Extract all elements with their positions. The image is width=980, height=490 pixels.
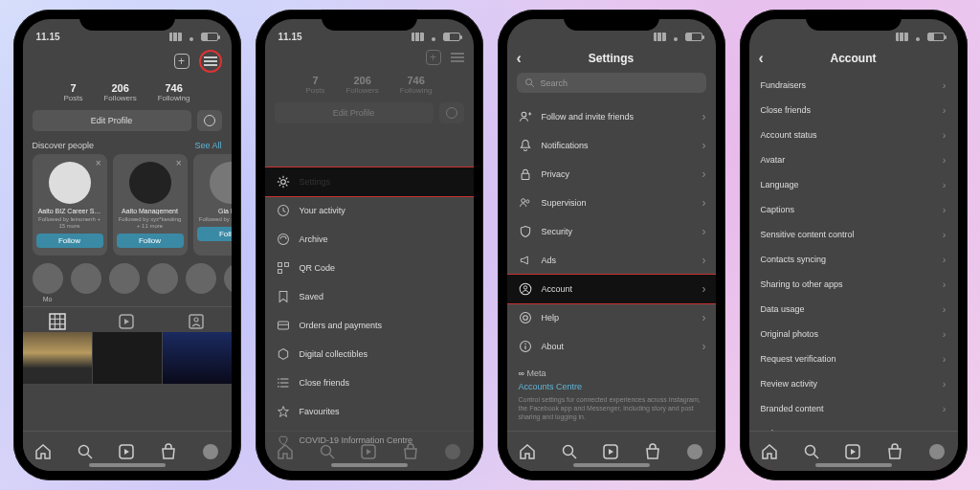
menu-item-saved[interactable]: Saved <box>265 282 474 311</box>
stat-posts[interactable]: 7Posts <box>63 82 82 102</box>
chevron-right-icon: › <box>943 303 947 315</box>
create-post-button[interactable]: + <box>174 54 189 69</box>
grid-tab-icon[interactable] <box>49 313 66 330</box>
chevron-right-icon: › <box>702 196 706 210</box>
highlight[interactable] <box>109 263 140 294</box>
highlight[interactable] <box>224 263 232 294</box>
account-item[interactable]: Account status› <box>749 122 958 147</box>
menu-item-qr[interactable]: QR Code <box>265 254 474 282</box>
avatar[interactable] <box>49 162 91 204</box>
home-indicator <box>573 463 650 467</box>
settings-item-about[interactable]: About› <box>507 332 716 361</box>
list-icon <box>277 376 290 390</box>
accounts-centre-link[interactable]: Accounts Centre <box>507 380 716 393</box>
menu-item-settings[interactable]: Settings <box>265 167 474 196</box>
profile-nav-icon[interactable] <box>202 443 219 460</box>
account-item[interactable]: Data usage› <box>749 297 958 322</box>
svg-point-55 <box>805 445 814 455</box>
menu-item-close-friends[interactable]: Close friends <box>265 368 474 397</box>
profile-nav-icon[interactable] <box>686 443 703 460</box>
home-icon[interactable] <box>761 443 778 460</box>
menu-item-archive[interactable]: Archive <box>265 225 474 254</box>
clock <box>521 32 523 42</box>
account-item[interactable]: Sharing to other apps› <box>749 272 958 297</box>
post-thumbnail[interactable] <box>93 332 162 384</box>
chevron-right-icon: › <box>702 340 706 353</box>
stat-followers[interactable]: 206Followers <box>103 82 136 102</box>
svg-rect-18 <box>284 263 288 267</box>
search-icon <box>524 78 535 88</box>
tagged-tab-icon[interactable] <box>188 313 205 330</box>
account-item[interactable]: Sensitive content control› <box>749 222 958 247</box>
menu-item-favourites[interactable]: Favourites <box>265 397 474 426</box>
account-item[interactable]: Contacts syncing› <box>749 247 958 272</box>
search-icon[interactable] <box>803 443 820 460</box>
reels-nav-icon[interactable] <box>602 443 619 460</box>
follow-button[interactable]: Follow <box>117 234 184 248</box>
see-all-link[interactable]: See All <box>194 141 221 150</box>
menu-item-orders[interactable]: Orders and payments <box>265 311 474 340</box>
account-item[interactable]: Fundraisers› <box>749 73 958 98</box>
reels-nav-icon[interactable] <box>118 443 135 460</box>
account-item[interactable]: Close friends› <box>749 98 958 122</box>
highlight[interactable] <box>71 263 101 294</box>
search-icon[interactable] <box>77 443 94 460</box>
people-icon <box>519 196 532 210</box>
photo-grid <box>23 332 232 384</box>
back-chevron-icon[interactable]: ‹ <box>517 50 522 67</box>
post-thumbnail[interactable] <box>163 332 232 384</box>
close-icon[interactable]: × <box>96 158 101 168</box>
account-item[interactable]: Request verification› <box>749 346 958 371</box>
discover-people-button[interactable] <box>197 110 222 131</box>
svg-marker-22 <box>278 349 287 360</box>
shop-icon[interactable] <box>644 443 661 460</box>
notch <box>564 10 659 31</box>
profile-nav-icon[interactable] <box>928 443 946 460</box>
chevron-right-icon: › <box>943 229 947 240</box>
settings-item-follow-invite[interactable]: Follow and invite friends› <box>507 102 716 131</box>
avatar[interactable] <box>129 162 171 204</box>
account-item[interactable]: Branded content› <box>749 396 958 421</box>
svg-line-51 <box>571 454 576 458</box>
settings-item-security[interactable]: Security› <box>507 217 716 246</box>
reels-tab-icon[interactable] <box>118 313 135 330</box>
back-chevron-icon[interactable]: ‹ <box>759 50 764 67</box>
settings-item-ads[interactable]: Ads› <box>507 246 716 275</box>
hamburger-menu-icon[interactable] <box>204 56 217 66</box>
signal-icon <box>412 33 424 41</box>
suggestion-card: ×Aalto ManagementFollowed by xyz*kesäing… <box>113 154 188 256</box>
home-icon[interactable] <box>34 443 52 460</box>
search-input[interactable]: Search <box>517 73 706 93</box>
close-icon[interactable]: × <box>176 158 182 168</box>
account-item[interactable]: Captions› <box>749 197 958 222</box>
highlight[interactable] <box>33 263 63 294</box>
edit-profile-button[interactable]: Edit Profile <box>33 110 191 131</box>
reels-nav-icon[interactable] <box>844 443 861 460</box>
settings-item-privacy[interactable]: Privacy› <box>507 160 716 189</box>
shop-icon[interactable] <box>886 443 903 460</box>
settings-item-help[interactable]: Help› <box>507 303 716 332</box>
account-item[interactable]: Review activity› <box>749 371 958 396</box>
menu-item-collectibles[interactable]: Digital collectibles <box>265 340 474 368</box>
stat-following[interactable]: 746Following <box>158 82 190 102</box>
post-thumbnail[interactable] <box>23 332 92 384</box>
shop-icon[interactable] <box>160 443 177 460</box>
highlight[interactable] <box>147 263 178 294</box>
follow-button[interactable]: Follow <box>197 227 232 241</box>
follow-button[interactable]: Follow <box>36 234 103 248</box>
menu-item-activity[interactable]: Your activity <box>265 196 474 225</box>
card-icon <box>277 319 290 332</box>
home-icon[interactable] <box>519 443 536 460</box>
avatar[interactable] <box>210 162 232 204</box>
bookmark-icon <box>277 290 290 303</box>
highlight[interactable] <box>186 263 216 294</box>
search-icon[interactable] <box>561 443 578 460</box>
settings-item-account[interactable]: Account› <box>507 275 716 303</box>
profile-tabs <box>23 306 232 332</box>
account-item[interactable]: Language› <box>749 172 958 197</box>
account-item[interactable]: Avatar› <box>749 147 958 172</box>
settings-item-notifications[interactable]: Notifications› <box>507 131 716 160</box>
svg-line-56 <box>813 454 818 458</box>
settings-item-supervision[interactable]: Supervision› <box>507 189 716 217</box>
account-item[interactable]: Original photos› <box>749 322 958 346</box>
